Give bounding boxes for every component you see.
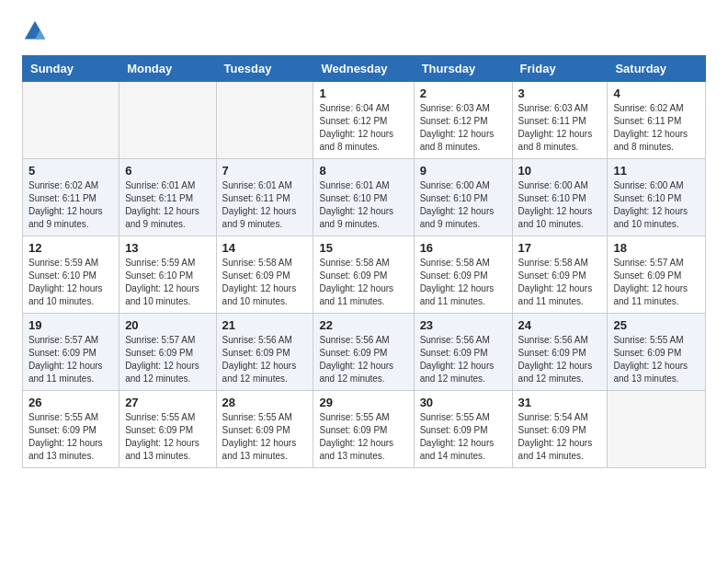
calendar-day-cell: 18Sunrise: 5:57 AM Sunset: 6:09 PM Dayli… [608,236,706,314]
day-number: 12 [28,241,113,255]
calendar-day-cell: 31Sunrise: 5:54 AM Sunset: 6:09 PM Dayli… [512,391,608,468]
day-number: 17 [518,241,602,255]
day-number: 20 [125,318,210,332]
day-info: Sunrise: 5:57 AM Sunset: 6:09 PM Dayligh… [125,334,210,385]
day-info: Sunrise: 6:01 AM Sunset: 6:10 PM Dayligh… [319,179,407,231]
day-info: Sunrise: 6:00 AM Sunset: 6:10 PM Dayligh… [613,179,700,231]
day-info: Sunrise: 5:57 AM Sunset: 6:09 PM Dayligh… [28,334,113,385]
day-number: 13 [125,241,210,255]
calendar-day-cell: 11Sunrise: 6:00 AM Sunset: 6:10 PM Dayli… [608,159,706,236]
day-info: Sunrise: 5:59 AM Sunset: 6:10 PM Dayligh… [28,257,113,308]
day-number: 14 [222,241,308,255]
day-info: Sunrise: 5:56 AM Sunset: 6:09 PM Dayligh… [319,334,407,385]
calendar-day-cell [608,391,706,468]
calendar-week-row: 5Sunrise: 6:02 AM Sunset: 6:11 PM Daylig… [23,159,706,236]
calendar-day-cell: 27Sunrise: 5:55 AM Sunset: 6:09 PM Dayli… [119,391,216,468]
weekday-header-wednesday: Wednesday [313,56,414,82]
calendar-day-cell: 21Sunrise: 5:56 AM Sunset: 6:09 PM Dayli… [216,314,313,391]
calendar-day-cell: 4Sunrise: 6:02 AM Sunset: 6:11 PM Daylig… [608,82,706,159]
calendar-day-cell: 5Sunrise: 6:02 AM Sunset: 6:11 PM Daylig… [23,159,119,236]
day-info: Sunrise: 5:55 AM Sunset: 6:09 PM Dayligh… [222,411,308,463]
header [22,18,706,44]
day-info: Sunrise: 6:02 AM Sunset: 6:11 PM Dayligh… [28,179,113,231]
day-number: 2 [420,86,506,100]
day-number: 28 [222,396,308,409]
day-info: Sunrise: 5:58 AM Sunset: 6:09 PM Dayligh… [518,257,602,308]
day-info: Sunrise: 5:59 AM Sunset: 6:10 PM Dayligh… [125,257,210,308]
day-info: Sunrise: 5:58 AM Sunset: 6:09 PM Dayligh… [222,257,308,308]
calendar-day-cell: 19Sunrise: 5:57 AM Sunset: 6:09 PM Dayli… [23,314,119,391]
day-number: 4 [613,86,700,100]
day-number: 1 [319,86,407,100]
day-info: Sunrise: 6:01 AM Sunset: 6:11 PM Dayligh… [125,179,210,231]
calendar-day-cell [119,82,216,159]
day-number: 30 [420,396,506,409]
day-info: Sunrise: 5:57 AM Sunset: 6:09 PM Dayligh… [613,257,700,308]
day-number: 5 [28,164,113,178]
day-number: 29 [319,396,407,409]
day-number: 31 [518,396,602,409]
weekday-header-saturday: Saturday [608,56,706,82]
calendar-day-cell: 14Sunrise: 5:58 AM Sunset: 6:09 PM Dayli… [216,236,313,314]
calendar-day-cell: 6Sunrise: 6:01 AM Sunset: 6:11 PM Daylig… [119,159,216,236]
calendar-day-cell: 3Sunrise: 6:03 AM Sunset: 6:11 PM Daylig… [512,82,608,159]
calendar-day-cell: 12Sunrise: 5:59 AM Sunset: 6:10 PM Dayli… [23,236,119,314]
day-info: Sunrise: 5:55 AM Sunset: 6:09 PM Dayligh… [28,411,113,463]
day-number: 21 [222,318,308,332]
weekday-header-sunday: Sunday [23,56,119,82]
day-info: Sunrise: 5:55 AM Sunset: 6:09 PM Dayligh… [613,334,700,385]
logo [22,18,53,44]
calendar-day-cell: 22Sunrise: 5:56 AM Sunset: 6:09 PM Dayli… [313,314,414,391]
calendar-day-cell: 9Sunrise: 6:00 AM Sunset: 6:10 PM Daylig… [414,159,512,236]
calendar-day-cell: 8Sunrise: 6:01 AM Sunset: 6:10 PM Daylig… [313,159,414,236]
day-info: Sunrise: 6:00 AM Sunset: 6:10 PM Dayligh… [420,179,506,231]
day-info: Sunrise: 5:56 AM Sunset: 6:09 PM Dayligh… [222,334,308,385]
day-number: 3 [518,86,602,100]
calendar-week-row: 26Sunrise: 5:55 AM Sunset: 6:09 PM Dayli… [23,391,706,468]
weekday-header-row: SundayMondayTuesdayWednesdayThursdayFrid… [23,56,706,82]
day-info: Sunrise: 6:02 AM Sunset: 6:11 PM Dayligh… [613,102,700,154]
day-number: 6 [125,164,210,178]
day-number: 9 [420,164,506,178]
calendar-day-cell: 13Sunrise: 5:59 AM Sunset: 6:10 PM Dayli… [119,236,216,314]
calendar-day-cell: 20Sunrise: 5:57 AM Sunset: 6:09 PM Dayli… [119,314,216,391]
day-number: 22 [319,318,407,332]
day-info: Sunrise: 5:58 AM Sunset: 6:09 PM Dayligh… [319,257,407,308]
day-number: 18 [613,241,700,255]
calendar-week-row: 19Sunrise: 5:57 AM Sunset: 6:09 PM Dayli… [23,314,706,391]
calendar-day-cell: 24Sunrise: 5:56 AM Sunset: 6:09 PM Dayli… [512,314,608,391]
day-info: Sunrise: 5:55 AM Sunset: 6:09 PM Dayligh… [420,411,506,463]
day-info: Sunrise: 5:55 AM Sunset: 6:09 PM Dayligh… [125,411,210,463]
day-number: 25 [613,318,700,332]
calendar-day-cell: 30Sunrise: 5:55 AM Sunset: 6:09 PM Dayli… [414,391,512,468]
day-info: Sunrise: 6:00 AM Sunset: 6:10 PM Dayligh… [518,179,602,231]
day-number: 19 [28,318,113,332]
calendar-day-cell: 2Sunrise: 6:03 AM Sunset: 6:12 PM Daylig… [414,82,512,159]
day-info: Sunrise: 5:54 AM Sunset: 6:09 PM Dayligh… [518,411,602,463]
weekday-header-friday: Friday [512,56,608,82]
calendar-day-cell: 25Sunrise: 5:55 AM Sunset: 6:09 PM Dayli… [608,314,706,391]
day-number: 24 [518,318,602,332]
day-number: 10 [518,164,602,178]
day-info: Sunrise: 6:03 AM Sunset: 6:12 PM Dayligh… [420,102,506,154]
calendar-day-cell: 28Sunrise: 5:55 AM Sunset: 6:09 PM Dayli… [216,391,313,468]
day-info: Sunrise: 5:56 AM Sunset: 6:09 PM Dayligh… [420,334,506,385]
day-info: Sunrise: 6:04 AM Sunset: 6:12 PM Dayligh… [319,102,407,154]
calendar-day-cell: 23Sunrise: 5:56 AM Sunset: 6:09 PM Dayli… [414,314,512,391]
calendar-table: SundayMondayTuesdayWednesdayThursdayFrid… [22,55,706,468]
day-info: Sunrise: 6:03 AM Sunset: 6:11 PM Dayligh… [518,102,602,154]
weekday-header-tuesday: Tuesday [216,56,313,82]
calendar-day-cell: 7Sunrise: 6:01 AM Sunset: 6:11 PM Daylig… [216,159,313,236]
calendar-day-cell [216,82,313,159]
calendar-week-row: 12Sunrise: 5:59 AM Sunset: 6:10 PM Dayli… [23,236,706,314]
day-number: 27 [125,396,210,409]
day-number: 26 [28,396,113,409]
calendar-day-cell [23,82,119,159]
day-number: 15 [319,241,407,255]
calendar-week-row: 1Sunrise: 6:04 AM Sunset: 6:12 PM Daylig… [23,82,706,159]
calendar-day-cell: 15Sunrise: 5:58 AM Sunset: 6:09 PM Dayli… [313,236,414,314]
calendar-day-cell: 26Sunrise: 5:55 AM Sunset: 6:09 PM Dayli… [23,391,119,468]
day-info: Sunrise: 5:56 AM Sunset: 6:09 PM Dayligh… [518,334,602,385]
weekday-header-monday: Monday [119,56,216,82]
day-info: Sunrise: 5:58 AM Sunset: 6:09 PM Dayligh… [420,257,506,308]
